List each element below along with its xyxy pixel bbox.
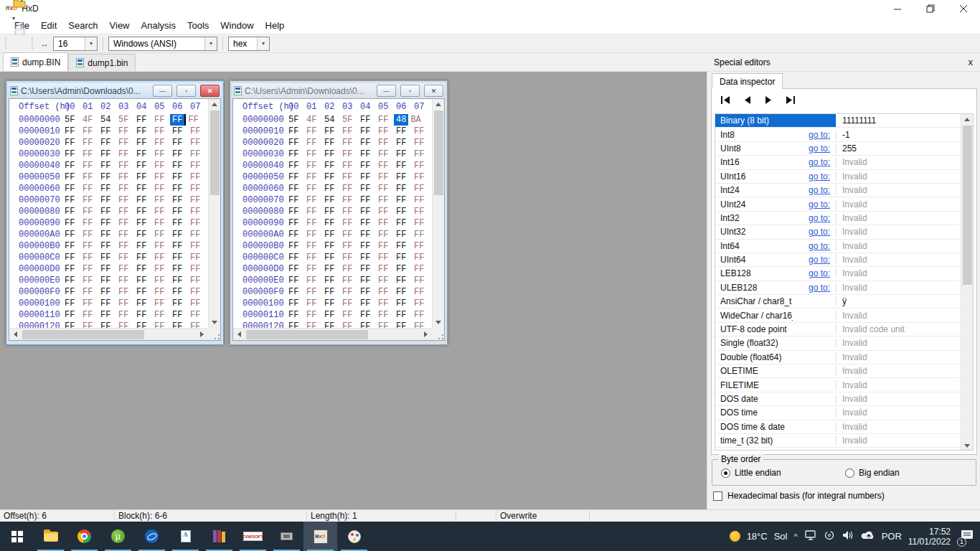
byte-cell[interactable]: 5F [62, 114, 80, 126]
byte-cell[interactable]: FF [286, 126, 304, 137]
byte-cell[interactable]: FF [394, 263, 412, 275]
byte-cell[interactable]: FF [286, 321, 304, 328]
taskbar-app-paint[interactable] [337, 522, 371, 551]
chevron-down-icon[interactable]: ▾ [85, 37, 97, 50]
byte-cell[interactable]: FF [394, 194, 412, 206]
checkbox-icon[interactable] [713, 491, 722, 501]
byte-cell[interactable]: 4F [80, 114, 98, 126]
inspector-row[interactable]: FILETIMEInvalid [715, 378, 973, 392]
byte-cell[interactable]: FF [340, 286, 358, 298]
byte-cell[interactable]: FF [188, 160, 206, 171]
inspector-row[interactable]: UInt8go to:255 [715, 142, 973, 156]
byte-cell[interactable]: FF [98, 137, 116, 149]
scrollbar-thumb[interactable] [963, 126, 972, 285]
byte-cell[interactable]: FF [376, 206, 394, 217]
byte-cell[interactable]: FF [358, 309, 376, 321]
byte-cell[interactable]: FF [304, 171, 322, 183]
taskbar-app-utorrent[interactable]: µ [101, 522, 135, 551]
radio-icon[interactable] [721, 468, 730, 478]
byte-cell[interactable]: FF [394, 298, 412, 309]
byte-cell[interactable]: FF [62, 252, 80, 263]
byte-cell[interactable]: FF [134, 217, 152, 229]
byte-cell[interactable]: FF [134, 206, 152, 217]
volume-icon[interactable] [842, 529, 854, 544]
byte-cell[interactable]: FF [170, 275, 188, 286]
restore-button[interactable] [914, 0, 947, 17]
taskbar-app-zxwsoft[interactable]: ZXWSOFT [236, 522, 270, 551]
byte-cell[interactable]: FF [322, 309, 340, 321]
byte-cell[interactable]: FF [62, 183, 80, 194]
close-button[interactable] [947, 0, 980, 17]
byte-cell[interactable]: FF [134, 137, 152, 149]
byte-cell[interactable]: FF [188, 183, 206, 194]
scroll-up-icon[interactable] [209, 99, 221, 110]
byte-cell[interactable]: FF [98, 217, 116, 229]
byte-cell[interactable]: FF [170, 229, 188, 240]
encoding-select[interactable]: Windows (ANSI) ▾ [108, 37, 217, 51]
offset-base-select[interactable]: hex ▾ [228, 37, 270, 51]
menu-edit[interactable]: Edit [35, 18, 62, 33]
byte-cell[interactable]: FF [376, 114, 394, 126]
byte-cell[interactable]: FF [80, 217, 98, 229]
byte-cell[interactable]: FF [62, 275, 80, 286]
byte-cell[interactable]: FF [304, 217, 322, 229]
byte-cell[interactable]: FF [358, 321, 376, 328]
byte-cell[interactable]: FF [170, 137, 188, 149]
byte-cell[interactable]: FF [412, 137, 430, 149]
scrollbar-thumb[interactable] [246, 330, 368, 339]
byte-cell[interactable]: FF [116, 160, 134, 171]
byte-cell[interactable]: FF [412, 160, 430, 171]
byte-cell[interactable]: FF [116, 149, 134, 160]
inspector-row[interactable]: Binary (8 bit)11111111 [715, 114, 973, 128]
byte-cell[interactable]: FF [62, 286, 80, 298]
inspector-row[interactable]: Int8go to:-1 [715, 128, 973, 141]
byte-cell[interactable]: FF [304, 275, 322, 286]
byte-cell[interactable]: FF [152, 183, 170, 194]
taskbar-app-wordpad[interactable]: A [169, 522, 202, 551]
byte-cell[interactable]: FF [134, 298, 152, 309]
byte-cell[interactable]: FF [80, 149, 98, 160]
byte-cell[interactable]: FF [116, 229, 134, 240]
byte-cell[interactable]: FF [358, 240, 376, 252]
byte-cell[interactable]: FF [412, 194, 430, 206]
byte-cell[interactable]: FF [62, 206, 80, 217]
byte-cell[interactable]: FF [80, 229, 98, 240]
byte-cell[interactable]: FF [394, 206, 412, 217]
byte-cell[interactable]: FF [116, 183, 134, 194]
inspector-row[interactable]: DOS dateInvalid [715, 392, 973, 406]
inspector-row[interactable]: LEB128go to:Invalid [715, 267, 973, 281]
hex-window-titlebar[interactable]: C:\Users\Admin\Downloads\0...—▫✕ [9, 83, 221, 98]
byte-cell[interactable]: FF [116, 275, 134, 286]
byte-cell[interactable]: FF [340, 194, 358, 206]
goto-link[interactable]: go to: [809, 171, 830, 182]
byte-cell[interactable]: FF [376, 171, 394, 183]
byte-cell[interactable]: FF [322, 263, 340, 275]
byte-cell[interactable]: FF [98, 149, 116, 160]
byte-cell[interactable]: FF [62, 263, 80, 275]
byte-cell[interactable]: FF [116, 217, 134, 229]
byte-cell[interactable]: FF [304, 194, 322, 206]
scroll-down-icon[interactable] [961, 441, 974, 451]
goto-link[interactable]: go to: [809, 241, 830, 251]
scroll-right-icon[interactable] [196, 329, 208, 340]
open-file-icon[interactable] [12, 0, 27, 10]
taskbar-app-chrome[interactable] [67, 522, 101, 551]
byte-cell[interactable]: FF [322, 126, 340, 137]
byte-cell[interactable]: FF [286, 309, 304, 321]
byte-cell[interactable]: FF [322, 137, 340, 149]
byte-cell[interactable]: FF [62, 321, 80, 328]
byte-cell[interactable]: FF [412, 286, 430, 298]
byte-cell[interactable]: 54 [322, 114, 340, 126]
byte-cell[interactable]: FF [286, 194, 304, 206]
taskbar-app-hxd[interactable]: HxD [303, 522, 337, 551]
byte-cell[interactable]: FF [286, 229, 304, 240]
weather-sun-icon[interactable] [730, 531, 740, 542]
inspector-row[interactable]: DOS timeInvalid [715, 406, 973, 420]
byte-cell[interactable]: FF [116, 206, 134, 217]
byte-cell[interactable]: FF [98, 309, 116, 321]
byte-cell[interactable]: FF [80, 263, 98, 275]
taskbar-app-file-explorer[interactable] [34, 522, 67, 551]
byte-cell[interactable]: FF [116, 298, 134, 309]
byte-cell[interactable]: FF [98, 183, 116, 194]
byte-cell[interactable]: FF [322, 171, 340, 183]
